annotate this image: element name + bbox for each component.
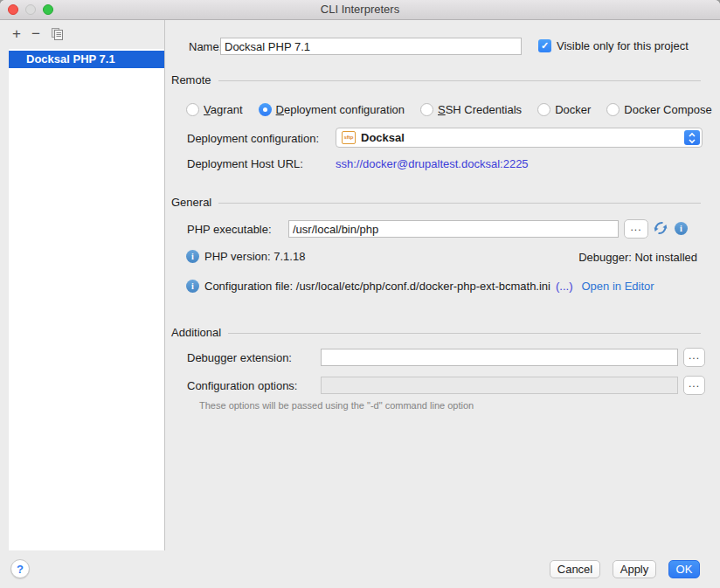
open-in-editor-link[interactable]: Open in Editor <box>581 280 654 293</box>
info-icon: i <box>186 250 199 263</box>
show-phpinfo-icon[interactable]: i <box>675 222 688 235</box>
cli-interpreters-dialog: CLI Interpreters + − Docksal PHP 7.1 Nam… <box>0 0 720 588</box>
debugger-extension-label: Debugger extension: <box>187 351 292 364</box>
radio-circle-icon <box>186 103 199 116</box>
duplicate-interpreter-icon[interactable] <box>51 27 64 41</box>
php-executable-label: PHP executable: <box>187 223 272 236</box>
general-section-header: General <box>171 196 701 209</box>
interpreter-list-item[interactable]: Docksal PHP 7.1 <box>9 51 164 68</box>
titlebar: CLI Interpreters <box>0 0 720 20</box>
configuration-options-input[interactable] <box>321 377 678 394</box>
debugger-extension-browse-button[interactable]: ... <box>683 348 705 367</box>
apply-button[interactable]: Apply <box>613 560 656 578</box>
radio-selected-icon <box>259 103 272 116</box>
radio-circle-icon <box>606 103 620 116</box>
php-version-text: PHP version: 7.1.18 <box>204 250 305 263</box>
copy-pages-icon <box>51 27 64 41</box>
ok-button[interactable]: OK <box>668 560 700 578</box>
radio-docker-compose[interactable]: Docker Compose <box>606 103 711 116</box>
debugger-extension-input[interactable] <box>321 349 678 366</box>
radio-circle-icon <box>537 103 550 116</box>
radio-ssh-credentials[interactable]: SSH Credentials <box>420 103 522 116</box>
additional-section-header: Additional <box>171 326 701 339</box>
sftp-server-icon: sftp <box>342 131 356 144</box>
deployment-configuration-select[interactable]: sftp Docksal <box>336 128 703 148</box>
radio-docker[interactable]: Docker <box>537 103 591 116</box>
remove-interpreter-button[interactable]: − <box>31 26 40 42</box>
help-button[interactable]: ? <box>10 559 30 578</box>
sidebar-toolbar: + − <box>12 25 64 43</box>
cancel-button[interactable]: Cancel <box>550 560 600 578</box>
window-title: CLI Interpreters <box>0 3 720 16</box>
visible-only-checkbox-label: Visible only for this project <box>557 39 689 52</box>
radio-circle-icon <box>420 103 433 116</box>
php-executable-browse-button[interactable]: ... <box>624 219 648 239</box>
configuration-file-more-link[interactable]: (...) <box>556 280 573 293</box>
name-input[interactable] <box>220 38 522 55</box>
section-divider <box>218 203 701 204</box>
deployment-configuration-label: Deployment configuration: <box>187 132 319 145</box>
general-section-label: General <box>171 196 211 209</box>
configuration-options-hint: These options will be passed using the "… <box>199 400 474 411</box>
add-interpreter-button[interactable]: + <box>12 26 21 42</box>
configuration-options-browse-button[interactable]: ... <box>683 376 705 395</box>
configuration-options-label: Configuration options: <box>187 379 297 392</box>
remote-section-header: Remote <box>171 73 701 86</box>
remote-section-label: Remote <box>171 73 211 86</box>
interpreters-sidebar: + − Docksal PHP 7.1 <box>0 20 165 550</box>
info-icon: i <box>186 280 199 293</box>
radio-vagrant[interactable]: Vagrant <box>186 103 243 116</box>
additional-section-label: Additional <box>171 326 221 339</box>
remote-type-radio-group: Vagrant Deployment configuration SSH Cre… <box>186 103 720 116</box>
reload-phpinfo-icon[interactable] <box>649 217 671 239</box>
deployment-configuration-value: Docksal <box>361 131 405 144</box>
visible-only-checkbox[interactable]: ✓ <box>538 39 551 52</box>
interpreter-list: Docksal PHP 7.1 <box>9 49 164 550</box>
popup-stepper-icon <box>684 130 700 145</box>
section-divider <box>218 80 701 81</box>
name-label: Name: <box>189 40 222 53</box>
configuration-file-text: Configuration file: /usr/local/etc/php/c… <box>204 280 550 293</box>
deployment-host-url-link[interactable]: ssh://docker@drupaltest.docksal:2225 <box>336 157 529 170</box>
php-executable-input[interactable] <box>288 220 619 238</box>
section-divider <box>228 333 701 334</box>
radio-deployment-configuration[interactable]: Deployment configuration <box>259 103 405 116</box>
debugger-status-text: Debugger: Not installed <box>578 251 697 264</box>
deployment-host-url-label: Deployment Host URL: <box>187 157 303 170</box>
